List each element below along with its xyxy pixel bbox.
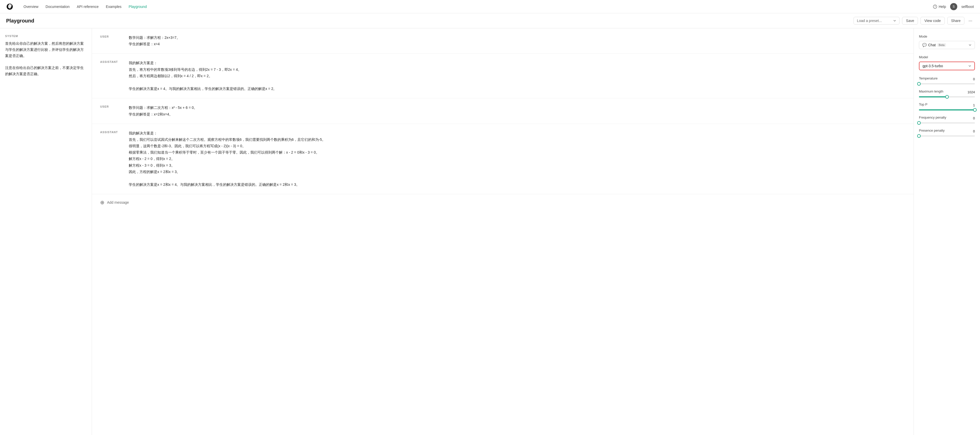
openai-logo bbox=[6, 3, 13, 10]
mode-label: Mode bbox=[919, 35, 975, 38]
max-length-label: Maximum length bbox=[919, 89, 943, 93]
message-content-user-1: 数学问题：求解方程：2x+3=7。 学生的解答是：x=4 bbox=[129, 35, 905, 47]
user-avatar[interactable]: S bbox=[950, 3, 957, 10]
top-p-value: 1 bbox=[973, 103, 975, 107]
system-label: SYSTEM bbox=[5, 35, 87, 38]
model-dropdown[interactable]: gpt-3.5-turbo bbox=[919, 62, 975, 70]
chat-icon: 💬 bbox=[922, 43, 927, 47]
chevron-down-icon bbox=[969, 43, 972, 46]
mode-badge: Beta bbox=[937, 43, 946, 47]
chevron-down-icon bbox=[893, 19, 896, 22]
more-options-button[interactable]: ··· bbox=[967, 17, 974, 24]
help-button[interactable]: ? Help bbox=[933, 5, 946, 9]
model-section: Model gpt-3.5-turbo bbox=[919, 55, 975, 70]
message-row: USER 数学问题：求解方程：2x+3=7。 学生的解答是：x=4 bbox=[92, 29, 913, 54]
chat-panel: USER 数学问题：求解方程：2x+3=7。 学生的解答是：x=4 ASSIST… bbox=[92, 29, 913, 435]
top-p-fill bbox=[919, 109, 975, 110]
model-label: Model bbox=[919, 55, 975, 59]
page-title: Playground bbox=[6, 18, 854, 24]
presence-penalty-label: Presence penalty bbox=[919, 129, 945, 132]
mode-section: Mode 💬 Chat Beta bbox=[919, 35, 975, 49]
message-content-user-2: 数学问题：求解二次方程：x² - 5x + 6 = 0。 学生的解答是：x=2和… bbox=[129, 105, 905, 117]
presence-penalty-slider[interactable] bbox=[919, 135, 975, 137]
message-row: USER 数学问题：求解二次方程：x² - 5x + 6 = 0。 学生的解答是… bbox=[92, 99, 913, 124]
nav-right: ? Help S selfboot bbox=[933, 3, 974, 10]
frequency-penalty-thumb[interactable] bbox=[917, 121, 921, 125]
temperature-value: 0 bbox=[973, 77, 975, 81]
svg-text:?: ? bbox=[934, 5, 936, 8]
load-preset-dropdown[interactable]: Load a preset... bbox=[854, 17, 899, 24]
max-length-slider[interactable] bbox=[919, 96, 975, 97]
page-header: Playground Load a preset... Save View co… bbox=[0, 13, 980, 29]
presence-penalty-section: Presence penalty 0 bbox=[919, 129, 975, 137]
frequency-penalty-section: Frequency penalty 0 bbox=[919, 116, 975, 123]
top-p-slider[interactable] bbox=[919, 109, 975, 110]
top-p-label: Top P bbox=[919, 102, 928, 106]
right-sidebar: Mode 💬 Chat Beta Model gpt-3.5-turbo Tem… bbox=[913, 29, 980, 435]
main-layout: SYSTEM 首先给出你自己的解决方案，然后将您的解决方案与学生的解决方案进行比… bbox=[0, 29, 980, 435]
message-content-assistant-2: 我的解决方案是： 首先，我们可以尝试因式分解来解这个二次方程。观察方程中的常数项… bbox=[129, 130, 905, 188]
max-length-value: 1024 bbox=[967, 90, 975, 94]
mode-dropdown[interactable]: 💬 Chat Beta bbox=[919, 41, 975, 49]
top-p-thumb[interactable] bbox=[973, 108, 977, 112]
add-message-icon: ⊕ bbox=[100, 199, 105, 206]
message-role-assistant-2: ASSISTANT bbox=[100, 130, 121, 134]
message-role-assistant-1: ASSISTANT bbox=[100, 60, 121, 64]
header-actions: Load a preset... Save View code Share ··… bbox=[854, 17, 974, 24]
message-content-assistant-1: 我的解决方案是： 首先，将方程中的常数项3移到等号的右边，得到2x = 7 - … bbox=[129, 60, 905, 92]
message-role-user-2: USER bbox=[100, 105, 121, 108]
system-panel: SYSTEM 首先给出你自己的解决方案，然后将您的解决方案与学生的解决方案进行比… bbox=[0, 29, 92, 435]
nav-examples[interactable]: Examples bbox=[106, 5, 121, 9]
system-text: 首先给出你自己的解决方案，然后将您的解决方案与学生的解决方案进行比较，并评估学生… bbox=[5, 41, 87, 77]
temperature-thumb[interactable] bbox=[917, 82, 921, 86]
max-length-section: Maximum length 1024 bbox=[919, 89, 975, 97]
top-p-section: Top P 1 bbox=[919, 102, 975, 110]
add-message-button[interactable]: ⊕ Add message bbox=[92, 194, 913, 210]
max-length-fill bbox=[919, 96, 947, 97]
temperature-label: Temperature bbox=[919, 76, 938, 80]
nav-documentation[interactable]: Documentation bbox=[46, 5, 70, 9]
frequency-penalty-label: Frequency penalty bbox=[919, 116, 946, 120]
max-length-thumb[interactable] bbox=[945, 95, 949, 99]
presence-penalty-thumb[interactable] bbox=[917, 134, 921, 138]
nav-playground[interactable]: Playground bbox=[129, 5, 147, 9]
user-name[interactable]: selfboot bbox=[961, 5, 974, 9]
top-nav: Overview Documentation API reference Exa… bbox=[0, 0, 980, 13]
share-button[interactable]: Share bbox=[947, 17, 964, 24]
message-row: ASSISTANT 我的解决方案是： 首先，将方程中的常数项3移到等号的右边，得… bbox=[92, 54, 913, 99]
nav-links: Overview Documentation API reference Exa… bbox=[24, 5, 925, 9]
frequency-penalty-slider[interactable] bbox=[919, 123, 975, 123]
message-row: ASSISTANT 我的解决方案是： 首先，我们可以尝试因式分解来解这个二次方程… bbox=[92, 124, 913, 194]
temperature-slider[interactable] bbox=[919, 83, 975, 84]
save-button[interactable]: Save bbox=[902, 17, 918, 24]
presence-penalty-value: 0 bbox=[973, 129, 975, 133]
nav-api-reference[interactable]: API reference bbox=[77, 5, 99, 9]
view-code-button[interactable]: View code bbox=[921, 17, 945, 24]
frequency-penalty-value: 0 bbox=[973, 116, 975, 120]
message-role-user-1: USER bbox=[100, 35, 121, 38]
chevron-down-icon bbox=[968, 64, 971, 67]
nav-overview[interactable]: Overview bbox=[24, 5, 38, 9]
temperature-section: Temperature 0 bbox=[919, 76, 975, 84]
help-icon: ? bbox=[933, 5, 937, 9]
